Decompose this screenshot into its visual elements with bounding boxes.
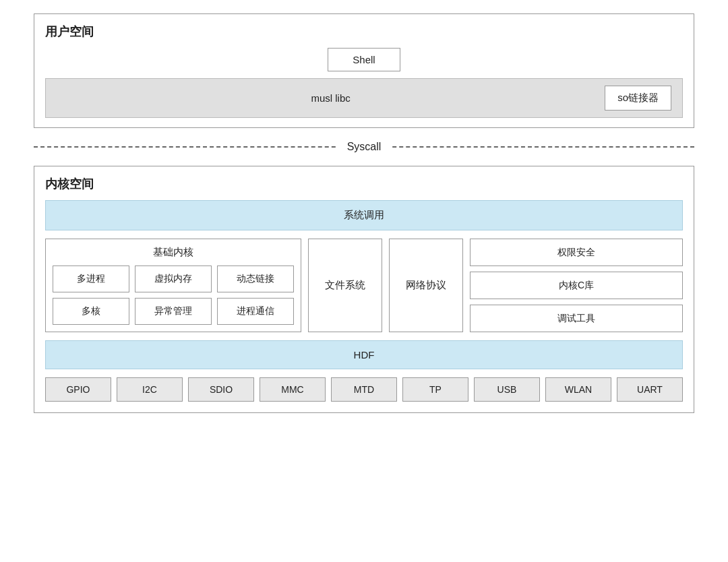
driver-mmc: MMC (260, 377, 326, 402)
right-cell-security: 权限安全 (470, 239, 683, 266)
so-linker-box: so链接器 (605, 86, 671, 111)
syscall-label: Syscall (338, 141, 391, 153)
kernel-cell-ipc: 进程通信 (217, 298, 294, 325)
kernel-cell-virtualmem: 虚拟内存 (135, 266, 212, 292)
driver-usb: USB (474, 377, 540, 402)
driver-uart: UART (617, 377, 683, 402)
right-cell-debug: 调试工具 (470, 305, 683, 332)
syscall-divider: Syscall (34, 136, 694, 158)
kernel-space-container: 内核空间 系统调用 基础内核 多进程 虚拟内存 动态链接 多核 异常管理 进程通… (34, 166, 694, 413)
hdf-bar: HDF (45, 340, 683, 369)
kernel-cell-dynlink: 动态链接 (217, 266, 294, 292)
right-cell-kernelc: 内核C库 (470, 272, 683, 299)
user-space-top: Shell (45, 48, 683, 71)
base-kernel-block: 基础内核 多进程 虚拟内存 动态链接 多核 异常管理 进程通信 (45, 239, 301, 332)
driver-tp: TP (402, 377, 468, 402)
user-space-container: 用户空间 Shell musl libc so链接器 (34, 13, 694, 128)
network-block: 网络协议 (389, 239, 463, 332)
driver-i2c: I2C (117, 377, 183, 402)
driver-row: GPIO I2C SDIO MMC MTD TP USB WLAN UART (45, 377, 683, 402)
diagram-wrapper: 用户空间 Shell musl libc so链接器 Syscall 内核空间 … (34, 13, 694, 413)
file-system-block: 文件系统 (308, 239, 382, 332)
kernel-cell-multicore: 多核 (53, 298, 129, 325)
base-kernel-title: 基础内核 (53, 246, 294, 259)
user-space-label: 用户空间 (45, 24, 683, 40)
musl-row: musl libc so链接器 (45, 78, 683, 118)
syscall-bar: 系统调用 (45, 200, 683, 230)
driver-wlan: WLAN (545, 377, 611, 402)
shell-box: Shell (328, 48, 400, 71)
driver-sdio: SDIO (188, 377, 254, 402)
kernel-space-label: 内核空间 (45, 176, 683, 192)
kernel-cell-exception: 异常管理 (135, 298, 212, 325)
kernel-middle-row: 基础内核 多进程 虚拟内存 动态链接 多核 异常管理 进程通信 文件系统 网络协… (45, 239, 683, 332)
base-kernel-grid: 多进程 虚拟内存 动态链接 多核 异常管理 进程通信 (53, 266, 294, 325)
musl-label: musl libc (57, 92, 605, 104)
kernel-cell-multiprocess: 多进程 (53, 266, 129, 292)
driver-gpio: GPIO (45, 377, 111, 402)
right-column: 权限安全 内核C库 调试工具 (470, 239, 683, 332)
driver-mtd: MTD (331, 377, 397, 402)
